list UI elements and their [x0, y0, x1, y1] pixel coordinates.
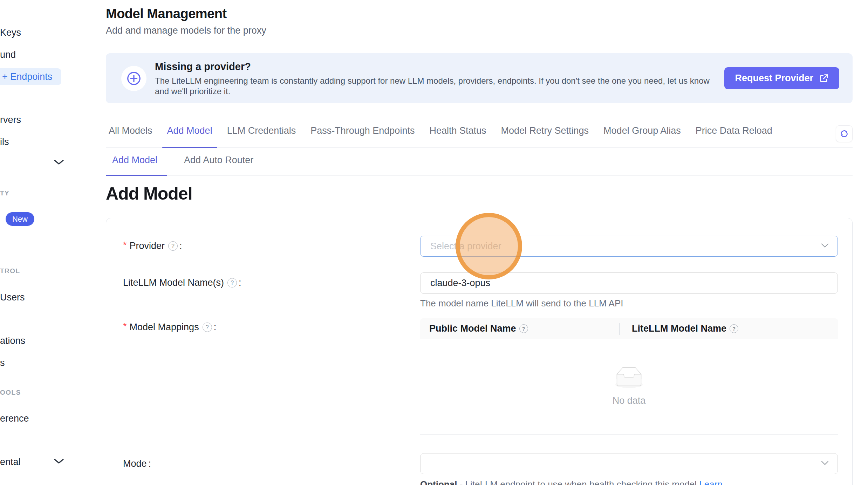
request-provider-label: Request Provider — [735, 73, 813, 84]
sidebar-item-und[interactable]: und — [0, 49, 16, 60]
model-name-field[interactable] — [420, 272, 838, 294]
new-badge: New — [6, 212, 34, 226]
provider-select[interactable] — [420, 236, 838, 257]
help-icon[interactable]: ? — [168, 241, 178, 251]
mode-helper-text: - LiteLLM endpoint to use when health ch… — [457, 479, 699, 485]
column-label: LiteLLM Model Name — [632, 323, 726, 334]
refresh-icon — [839, 129, 849, 139]
provider-label-text: Provider — [130, 241, 165, 251]
subtab-add-model[interactable]: Add Model — [106, 154, 164, 175]
model-name-helper: The model name LiteLLM will send to the … — [420, 298, 623, 309]
add-model-form: * Provider ? : LiteLLM Model Name(s) ? :… — [106, 218, 853, 485]
subtab-add-auto-router[interactable]: Add Auto Router — [178, 154, 260, 175]
empty-inbox-icon — [612, 367, 646, 390]
external-link-icon — [819, 74, 829, 83]
label-colon: : — [239, 277, 241, 288]
chevron-down-icon[interactable] — [53, 457, 65, 466]
model-mappings-label: * Model Mappings ? : — [123, 322, 216, 333]
label-colon: : — [214, 322, 217, 333]
sidebar-section-trol: TROL — [0, 267, 20, 275]
mode-helper-optional: Optional — [420, 479, 457, 485]
add-model-heading: Add Model — [106, 183, 192, 204]
mode-select-input[interactable] — [421, 453, 838, 474]
mode-label-text: Mode — [123, 458, 147, 469]
tab-health-status[interactable]: Health Status — [429, 125, 486, 147]
sidebar-item-ations[interactable]: ations — [0, 335, 25, 346]
sidebar-item-users[interactable]: Users — [0, 292, 25, 303]
tab-add-model[interactable]: Add Model — [167, 125, 212, 147]
no-data-text: No data — [613, 395, 646, 406]
mode-helper: Optional - LiteLLM endpoint to use when … — [420, 479, 723, 485]
required-mark: * — [123, 321, 127, 332]
label-colon: : — [149, 458, 151, 469]
tab-all-models[interactable]: All Models — [109, 125, 152, 147]
column-litellm-model-name: LiteLLM Model Name ? — [626, 323, 738, 334]
sidebar-item-endpoints-active[interactable]: + Endpoints — [0, 68, 61, 85]
sidebar-section-ty: TY — [0, 189, 9, 197]
sidebar-section-ools: OOLS — [0, 389, 21, 396]
model-name-label: LiteLLM Model Name(s) ? : — [123, 277, 241, 288]
model-name-label-text: LiteLLM Model Name(s) — [123, 277, 224, 288]
column-label: Public Model Name — [429, 323, 516, 334]
tab-pass-through-endpoints[interactable]: Pass-Through Endpoints — [310, 125, 415, 147]
tab-model-group-alias[interactable]: Model Group Alias — [603, 125, 681, 147]
missing-provider-banner: Missing a provider? The LiteLLM engineer… — [106, 53, 853, 103]
add-model-subtabs: Add Model Add Auto Router — [106, 154, 853, 176]
refresh-button[interactable] — [836, 125, 853, 142]
model-name-input[interactable] — [421, 273, 838, 293]
provider-label: * Provider ? : — [123, 241, 182, 251]
help-icon[interactable]: ? — [730, 324, 738, 333]
sidebar-item-erence[interactable]: erence — [0, 413, 29, 424]
help-icon[interactable]: ? — [519, 324, 528, 333]
sidebar-item-s[interactable]: s — [0, 358, 5, 368]
plus-circle-icon — [121, 66, 146, 91]
banner-body: The LiteLLM engineering team is constant… — [155, 76, 719, 97]
sidebar-item-ental[interactable]: ental — [0, 457, 21, 467]
help-icon[interactable]: ? — [203, 323, 212, 332]
tab-price-data-reload[interactable]: Price Data Reload — [696, 125, 772, 147]
model-mappings-table: Public Model Name ? LiteLLM Model Name ? — [420, 318, 838, 435]
tab-llm-credentials[interactable]: LLM Credentials — [227, 125, 296, 147]
column-public-model-name: Public Model Name ? — [420, 323, 626, 334]
page-title: Model Management — [106, 6, 227, 21]
mappings-table-header: Public Model Name ? LiteLLM Model Name ? — [420, 318, 838, 339]
model-mappings-label-text: Model Mappings — [130, 322, 199, 333]
sidebar-item-ils[interactable]: ils — [0, 137, 9, 147]
learn-link[interactable]: Learn — [699, 479, 723, 485]
mode-select[interactable] — [420, 453, 838, 474]
tab-model-retry-settings[interactable]: Model Retry Settings — [501, 125, 589, 147]
model-tabs: All Models Add Model LLM Credentials Pas… — [106, 125, 853, 148]
mode-label: Mode : — [123, 458, 151, 469]
request-provider-button[interactable]: Request Provider — [724, 67, 839, 89]
provider-select-input[interactable] — [421, 236, 838, 256]
chevron-down-icon[interactable] — [53, 158, 65, 167]
mappings-empty-state: No data — [420, 339, 838, 435]
sidebar-item-rvers[interactable]: rvers — [0, 115, 21, 125]
column-divider — [619, 323, 620, 335]
required-mark: * — [123, 240, 127, 251]
help-icon[interactable]: ? — [227, 278, 237, 287]
page-subtitle: Add and manage models for the proxy — [106, 25, 266, 36]
sidebar-item-keys[interactable]: Keys — [0, 27, 21, 38]
banner-title: Missing a provider? — [155, 61, 251, 72]
label-colon: : — [179, 241, 182, 251]
